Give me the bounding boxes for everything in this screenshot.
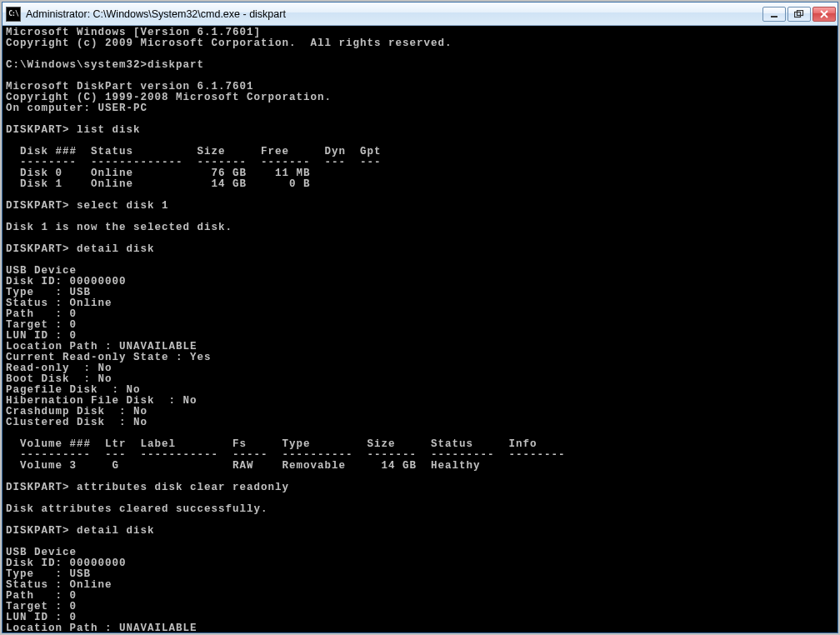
console-line: DISKPART> list disk <box>6 125 834 136</box>
console-line: C:\Windows\system32>diskpart <box>6 60 834 71</box>
console-line: Location Path : UNAVAILABLE <box>6 623 834 632</box>
console-line <box>6 537 834 548</box>
console-line: DISKPART> detail disk <box>6 244 834 255</box>
console-line: Target : 0 <box>6 320 834 331</box>
console-line: Status : Online <box>6 580 834 591</box>
console-line: Path : 0 <box>6 591 834 602</box>
console-line: Volume 3 G RAW Removable 14 GB Healthy <box>6 461 834 472</box>
console-line: DISKPART> select disk 1 <box>6 201 834 212</box>
console-output[interactable]: Microsoft Windows [Version 6.1.7601]Copy… <box>2 26 838 632</box>
console-line: Target : 0 <box>6 602 834 612</box>
console-line: Disk ID: 00000000 <box>6 558 834 569</box>
console-line: Read-only : No <box>6 363 834 374</box>
console-line: Type : USB <box>6 569 834 580</box>
console-line: Disk attributes cleared successfully. <box>6 504 834 515</box>
console-line: Disk 1 is now the selected disk. <box>6 222 834 233</box>
console-line: Type : USB <box>6 288 834 298</box>
console-line <box>6 255 834 266</box>
maximize-button[interactable] <box>788 7 811 22</box>
console-line: Path : 0 <box>6 309 834 320</box>
console-line: USB Device <box>6 266 834 277</box>
console-line: Clustered Disk : No <box>6 418 834 428</box>
console-line: DISKPART> detail disk <box>6 526 834 537</box>
close-button[interactable] <box>812 7 836 22</box>
minimize-button[interactable] <box>762 7 786 22</box>
console-line: Status : Online <box>6 298 834 309</box>
console-line: Current Read-only State : Yes <box>6 352 834 363</box>
titlebar[interactable]: C:\ Administrator: C:\Windows\System32\c… <box>2 2 838 26</box>
cmd-icon: C:\ <box>6 7 21 22</box>
console-line: Copyright (c) 2009 Microsoft Corporation… <box>6 38 834 49</box>
console-line: On computer: USER-PC <box>6 103 834 114</box>
console-line: USB Device <box>6 548 834 558</box>
cmd-window: C:\ Administrator: C:\Windows\System32\c… <box>2 2 838 633</box>
window-buttons <box>762 7 836 22</box>
svg-rect-0 <box>771 16 778 18</box>
console-line: DISKPART> attributes disk clear readonly <box>6 482 834 493</box>
console-line: Disk 1 Online 14 GB 0 B <box>6 179 834 190</box>
console-line: Disk ID: 00000000 <box>6 277 834 288</box>
window-title: Administrator: C:\Windows\System32\cmd.e… <box>26 8 762 20</box>
